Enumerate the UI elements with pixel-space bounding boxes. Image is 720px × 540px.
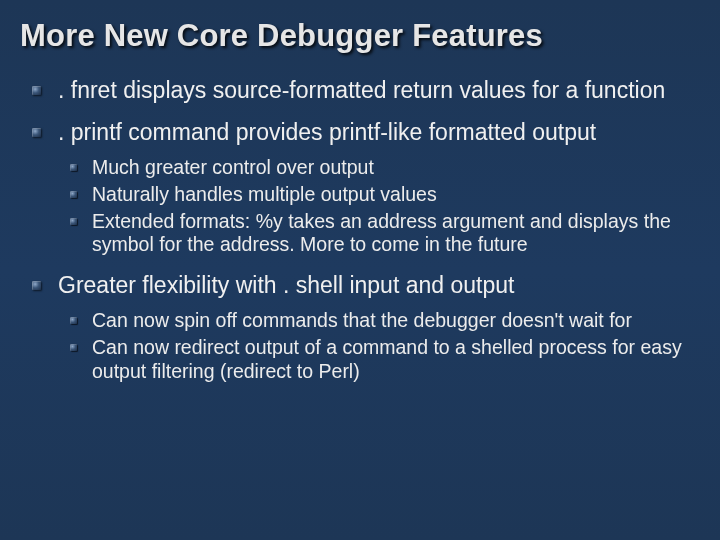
- bullet-text: . fnret displays source-formatted return…: [58, 77, 665, 103]
- bullet-text: Much greater control over output: [92, 156, 374, 178]
- bullet-text: Naturally handles multiple output values: [92, 183, 437, 205]
- slide-title: More New Core Debugger Features: [20, 18, 694, 54]
- sub-bullet-list: Can now spin off commands that the debug…: [66, 309, 694, 383]
- bullet-text: Can now redirect output of a command to …: [92, 336, 682, 382]
- bullet-text: Greater flexibility with . shell input a…: [58, 272, 514, 298]
- list-item: . fnret displays source-formatted return…: [26, 76, 694, 104]
- list-item: Can now spin off commands that the debug…: [66, 309, 694, 333]
- bullet-text: Can now spin off commands that the debug…: [92, 309, 632, 331]
- list-item: Naturally handles multiple output values: [66, 183, 694, 207]
- list-item: . printf command provides printf-like fo…: [26, 118, 694, 257]
- bullet-text: Extended formats: %y takes an address ar…: [92, 210, 671, 256]
- bullet-text: . printf command provides printf-like fo…: [58, 119, 596, 145]
- bullet-list: . fnret displays source-formatted return…: [26, 76, 694, 384]
- list-item: Extended formats: %y takes an address ar…: [66, 210, 694, 258]
- list-item: Greater flexibility with . shell input a…: [26, 271, 694, 383]
- list-item: Can now redirect output of a command to …: [66, 336, 694, 384]
- list-item: Much greater control over output: [66, 156, 694, 180]
- sub-bullet-list: Much greater control over output Natural…: [66, 156, 694, 257]
